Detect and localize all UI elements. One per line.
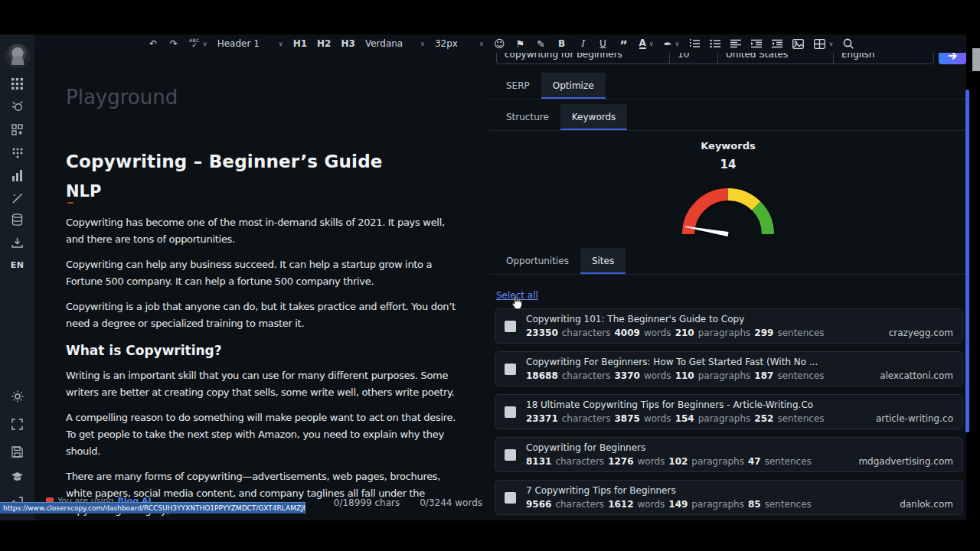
document-name-placeholder: Playground (66, 86, 458, 109)
font-family-dropdown[interactable]: Verdana∨ (365, 37, 425, 51)
site-row[interactable]: Copywriting for Beginners 8131characters… (495, 437, 963, 472)
apps-grid-icon[interactable] (11, 77, 24, 90)
mouse-cursor-hand (510, 295, 524, 311)
avatar[interactable] (5, 44, 30, 68)
tab-sites[interactable]: Sites (580, 248, 626, 274)
document-subtitle: NLP (66, 182, 101, 201)
site-title: Copywriting 101: The Beginner's Guide to… (526, 314, 953, 324)
unordered-list-icon[interactable] (710, 37, 720, 51)
keywords-gauge: Keywords 14 (490, 140, 966, 240)
site-row[interactable]: 7 Copywriting Tips for Beginners 9566cha… (495, 480, 963, 515)
site-row[interactable]: 18 Ultimate Copywriting Tips for Beginne… (495, 394, 963, 429)
save-icon[interactable] (11, 445, 24, 458)
format-paint-icon[interactable]: ⚑ (515, 37, 526, 51)
fullscreen-icon[interactable] (11, 417, 24, 431)
emoji-icon[interactable]: ☺ (494, 37, 505, 51)
database-icon[interactable] (11, 213, 24, 227)
highlight-color-dropdown[interactable]: ✒∨ (664, 37, 680, 51)
tab-optimize[interactable]: Optimize (541, 73, 606, 99)
magic-wand-icon[interactable] (11, 191, 24, 205)
formatting-toolbar: ↶ ↷ ABC✓∨ Header 1∨ H1 H2 H3 Verdana∨ 32… (34, 34, 966, 53)
tab-opportunities[interactable]: Opportunities (495, 248, 580, 274)
undo-icon[interactable]: ↶ (148, 37, 158, 51)
site-title: 7 Copywriting Tips for Beginners (526, 485, 953, 496)
h1-button[interactable]: H1 (293, 37, 307, 51)
gauge-value: 14 (490, 158, 966, 171)
browser-scrollbar[interactable] (972, 48, 980, 71)
chevron-down-icon: ∨ (649, 41, 654, 47)
structure-keywords-tabs: Structure Keywords (490, 104, 966, 131)
pen-icon[interactable]: ✎ (536, 37, 547, 51)
bar-chart-icon[interactable] (11, 168, 24, 182)
outdent-icon[interactable] (772, 37, 782, 51)
site-checkbox[interactable] (505, 321, 516, 332)
document-title: Copywriting – Beginner’s Guide (66, 152, 458, 171)
site-domain: mdgadvertising.com (858, 456, 953, 467)
site-domain: alexcattoni.com (880, 370, 953, 381)
chevron-down-icon: ∨ (279, 41, 283, 47)
site-row[interactable]: Copywriting 101: The Beginner's Guide to… (495, 308, 963, 344)
insert-table-dropdown[interactable]: ∨ (814, 37, 833, 51)
redo-icon[interactable]: ↷ (168, 37, 179, 51)
sites-list: Copywriting 101: The Beginner's Guide to… (490, 308, 966, 515)
site-title: Copywriting For Beginners: How To Get St… (526, 357, 953, 367)
download-icon[interactable] (11, 236, 24, 249)
h2-button[interactable]: H2 (317, 37, 331, 51)
h3-button[interactable]: H3 (341, 37, 354, 51)
gauge-chart (675, 179, 782, 240)
paragraph: Copywriting is a job that anyone can do,… (66, 298, 458, 332)
char-counter: 0/18999 chars (334, 497, 400, 508)
gauge-title: Keywords (490, 140, 966, 152)
app-window: EN copywriting for beginners 10 United S… (0, 0, 980, 551)
site-checkbox[interactable] (505, 492, 516, 504)
keypad-icon[interactable] (11, 146, 24, 160)
align-icon[interactable] (730, 37, 741, 51)
trending-flame-icon[interactable] (11, 99, 24, 113)
site-checkbox[interactable] (505, 364, 516, 375)
learn-cap-icon[interactable] (11, 470, 24, 484)
heading-style-dropdown[interactable]: Header 1∨ (217, 37, 283, 51)
tab-serp[interactable]: SERP (495, 73, 541, 99)
chevron-down-icon: ∨ (203, 41, 207, 47)
table-icon (814, 39, 825, 49)
site-row[interactable]: Copywriting For Beginners: How To Get St… (495, 351, 963, 386)
insert-image-icon[interactable] (792, 37, 804, 51)
panel-scrollbar[interactable] (965, 90, 969, 432)
serp-optimize-tabs: SERP Optimize (490, 73, 966, 99)
templates-add-icon[interactable] (11, 122, 24, 136)
site-checkbox[interactable] (505, 406, 516, 418)
font-size-dropdown[interactable]: 32px∨ (435, 37, 484, 51)
ordered-list-icon[interactable] (689, 37, 700, 51)
status-url-tooltip: https://www.closerscopy.com/dashboard/RC… (0, 502, 305, 514)
language-button[interactable]: EN (11, 258, 24, 272)
font-color-dropdown[interactable]: A∨ (639, 37, 654, 51)
bold-button[interactable]: B (557, 37, 567, 51)
paragraph: Copywriting can help any business succee… (66, 256, 458, 290)
chevron-down-icon: ∨ (479, 41, 484, 47)
spellcheck-icon[interactable]: ABC✓∨ (189, 37, 207, 51)
site-domain: article-writing.co (876, 413, 953, 424)
site-title: Copywriting for Beginners (526, 442, 953, 453)
site-domain: crazyegg.com (889, 328, 953, 338)
opportunities-sites-tabs: Opportunities Sites (490, 248, 966, 275)
section-heading: What is Copywriting? (66, 343, 458, 358)
paragraph: A compelling reason to do something will… (66, 409, 458, 460)
theme-sun-icon[interactable] (11, 390, 24, 403)
site-domain: danlok.com (900, 499, 953, 510)
chevron-down-icon: ∨ (675, 41, 680, 47)
blockquote-icon[interactable]: ” (619, 34, 629, 53)
indent-icon[interactable] (751, 37, 762, 51)
underline-button[interactable]: U (598, 37, 609, 51)
word-counter: 0/3244 words (420, 497, 482, 508)
site-checkbox[interactable] (505, 449, 516, 461)
chevron-down-icon: ∨ (828, 41, 833, 47)
paragraph: Copywriting has become one of the most i… (66, 214, 458, 248)
editor-canvas[interactable]: Playground Copywriting – Beginner’s Guid… (34, 53, 490, 520)
sidebar: EN (0, 34, 34, 520)
tab-structure[interactable]: Structure (495, 104, 560, 130)
tab-keywords[interactable]: Keywords (560, 104, 628, 130)
chevron-down-icon: ∨ (420, 41, 425, 47)
italic-button[interactable]: I (577, 37, 588, 51)
search-icon[interactable] (843, 37, 854, 51)
paragraph: Writing is an important skill that you c… (66, 367, 458, 401)
